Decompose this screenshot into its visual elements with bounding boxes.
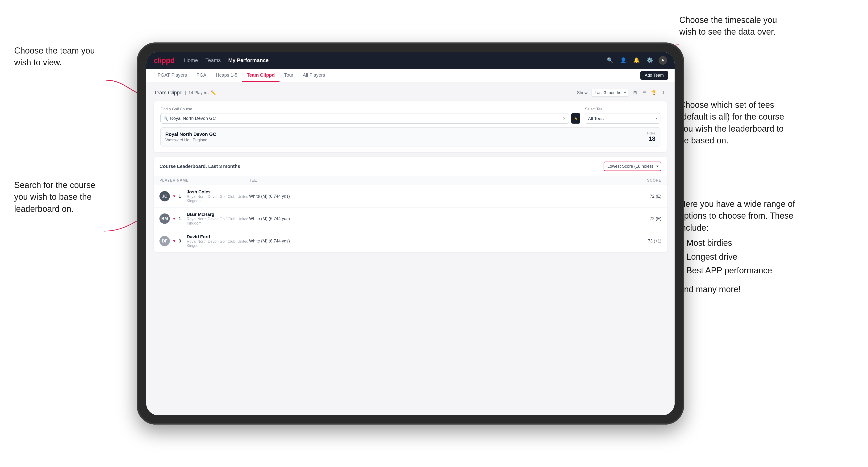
player-rank-2: 1 xyxy=(179,216,184,221)
player-club-1: Royal North Devon Golf Club, United King… xyxy=(187,195,249,203)
annotation-mid-right-text: Choose which set of tees (default is all… xyxy=(679,100,784,145)
player-rank-3: 3 xyxy=(179,239,184,244)
leaderboard-header: Course Leaderboard, Last 3 months Lowest… xyxy=(154,157,667,176)
nav-item-home[interactable]: Home xyxy=(184,57,198,63)
annotation-list-item-2: Longest drive xyxy=(686,251,802,263)
player-score-2: 72 (E) xyxy=(624,216,661,221)
search-magnifier-icon: 🔍 xyxy=(163,116,168,121)
annotation-top-right-text: Choose the timescale you wish to see the… xyxy=(679,15,777,36)
nav-item-teams[interactable]: Teams xyxy=(206,57,221,63)
leaderboard-card: Course Leaderboard, Last 3 months Lowest… xyxy=(154,157,667,252)
annotation-mid-left-text: Search for the course you wish to base t… xyxy=(14,180,95,214)
trophy-icon[interactable]: 🏆 xyxy=(650,89,658,96)
annotation-top-right: Choose the timescale you wish to see the… xyxy=(679,14,793,38)
player-name-3: David Ford xyxy=(187,234,249,239)
edit-team-icon[interactable]: ✏️ xyxy=(211,90,216,95)
tee-select-col: Select Tee All Tees xyxy=(585,107,660,124)
holes-badge: Holes 18 xyxy=(647,131,655,143)
navbar-nav: Home Teams My Performance xyxy=(184,57,596,63)
col-header-score: SCORE xyxy=(624,178,661,183)
annotation-mid-right: Choose which set of tees (default is all… xyxy=(679,99,793,147)
subnav-item-hcaps[interactable]: Hcaps 1-5 xyxy=(211,69,242,82)
player-club-2: Royal North Devon Golf Club, United King… xyxy=(187,217,249,225)
player-name-1: Josh Coles xyxy=(187,189,249,195)
player-tee-2: White (M) (6,744 yds) xyxy=(249,216,558,221)
tablet-screen: clippd Home Teams My Performance 🔍 👤 🔔 ⚙… xyxy=(146,52,675,415)
view-icons: ⊞ ☰ 🏆 ⬇ xyxy=(631,89,667,96)
grid-view-icon[interactable]: ⊞ xyxy=(631,89,639,96)
annotation-top-left: Choose the team you wish to view. xyxy=(14,45,104,69)
player-club-3: Royal North Devon Golf Club, United King… xyxy=(187,239,249,248)
col-header-player: PLAYER NAME xyxy=(159,178,249,183)
people-icon[interactable]: 👤 xyxy=(619,56,627,65)
subnav-item-pga[interactable]: PGA xyxy=(192,69,211,82)
team-player-count: | xyxy=(185,90,186,95)
course-search-input[interactable] xyxy=(170,116,561,121)
player-col-2: BM ♥ 1 Blair McHarg Royal North Devon Go… xyxy=(159,212,249,225)
annotation-top-left-text: Choose the team you wish to view. xyxy=(14,46,95,67)
course-result: Royal North Devon GC Westward Ho!, Engla… xyxy=(160,127,660,147)
nav-item-my-performance[interactable]: My Performance xyxy=(228,57,269,63)
subnav-item-tour[interactable]: Tour xyxy=(280,69,298,82)
annotation-bot-right-more: and many more! xyxy=(679,283,802,295)
annotation-list-item-3: Best APP performance xyxy=(686,264,802,276)
settings-icon[interactable]: ⚙️ xyxy=(645,56,654,65)
add-team-button[interactable]: Add Team xyxy=(640,71,668,80)
holes-number: 18 xyxy=(647,135,655,143)
subnav-item-team-clippd[interactable]: Team Clippd xyxy=(242,69,280,82)
team-title: Team Clippd | 14 Players ✏️ xyxy=(154,90,216,96)
search-card: Find a Golf Course 🔍 ✕ ★ Select Tee xyxy=(154,101,667,152)
show-period-select[interactable]: Last 3 months xyxy=(592,89,628,97)
player-tee-1: White (M) (6,744 yds) xyxy=(249,194,558,199)
show-label: Show: xyxy=(577,90,589,95)
search-icon[interactable]: 🔍 xyxy=(606,56,614,65)
favorite-button[interactable]: ★ xyxy=(571,113,580,124)
player-avatar-3: DF xyxy=(159,236,170,246)
col-header-tee: TEE xyxy=(249,178,558,183)
score-select-wrap: Lowest Score (18 holes) xyxy=(603,161,661,171)
show-controls: Show: Last 3 months ⊞ ☰ 🏆 ⬇ xyxy=(577,89,667,97)
course-info: Royal North Devon GC Westward Ho!, Engla… xyxy=(165,132,216,143)
tee-select[interactable]: All Tees xyxy=(585,113,660,124)
player-heart-3: ♥ xyxy=(173,239,176,243)
subnav: PGAT Players PGA Hcaps 1-5 Team Clippd T… xyxy=(146,69,675,82)
navbar: clippd Home Teams My Performance 🔍 👤 🔔 ⚙… xyxy=(146,52,675,69)
annotation-list-item-1: Most birdies xyxy=(686,237,802,249)
find-course-label: Find a Golf Course xyxy=(160,107,580,111)
avatar[interactable]: A xyxy=(658,56,667,65)
bell-icon[interactable]: 🔔 xyxy=(632,56,641,65)
leaderboard-title: Course Leaderboard, Last 3 months xyxy=(159,164,240,169)
search-row: Find a Golf Course 🔍 ✕ ★ Select Tee xyxy=(160,107,660,124)
subnav-item-all-players[interactable]: All Players xyxy=(298,69,330,82)
table-row: BM ♥ 1 Blair McHarg Royal North Devon Go… xyxy=(154,208,667,230)
golf-course-search-col: Find a Golf Course 🔍 ✕ ★ xyxy=(160,107,580,124)
score-type-select[interactable]: Lowest Score (18 holes) xyxy=(603,161,661,171)
player-score-1: 72 (E) xyxy=(624,194,661,199)
player-tee-3: White (M) (6,744 yds) xyxy=(249,239,558,244)
player-avatar-1: JC xyxy=(159,191,170,201)
annotation-bot-right: Here you have a wide range of options to… xyxy=(679,198,802,295)
download-icon[interactable]: ⬇ xyxy=(659,89,667,96)
content-area: Team Clippd | 14 Players ✏️ Show: Last 3… xyxy=(146,82,675,415)
table-header: PLAYER NAME TEE SCORE xyxy=(154,176,667,185)
holes-label: Holes xyxy=(647,131,655,135)
table-row: DF ♥ 3 David Ford Royal North Devon Golf… xyxy=(154,230,667,252)
list-view-icon[interactable]: ☰ xyxy=(641,89,648,96)
tee-label: Select Tee xyxy=(585,107,660,111)
player-score-3: 73 (+1) xyxy=(624,239,661,244)
navbar-icons: 🔍 👤 🔔 ⚙️ A xyxy=(606,56,667,65)
annotation-bot-right-text: Here you have a wide range of options to… xyxy=(679,199,795,232)
player-col-3: DF ♥ 3 David Ford Royal North Devon Golf… xyxy=(159,234,249,248)
course-search-input-wrap: 🔍 ✕ xyxy=(160,113,569,124)
subnav-item-pgat[interactable]: PGAT Players xyxy=(153,69,192,82)
player-rank-1: 1 xyxy=(179,194,184,199)
annotation-mid-left: Search for the course you wish to base t… xyxy=(14,179,104,215)
team-player-count-text: 14 Players xyxy=(188,90,209,95)
player-heart-2: ♥ xyxy=(173,217,176,221)
team-name: Team Clippd xyxy=(154,90,183,96)
player-col-1: JC ♥ 1 Josh Coles Royal North Devon Golf… xyxy=(159,189,249,203)
table-row: JC ♥ 1 Josh Coles Royal North Devon Golf… xyxy=(154,185,667,208)
app-logo: clippd xyxy=(154,56,175,65)
search-clear-icon[interactable]: ✕ xyxy=(563,116,566,121)
team-header: Team Clippd | 14 Players ✏️ Show: Last 3… xyxy=(154,89,667,97)
